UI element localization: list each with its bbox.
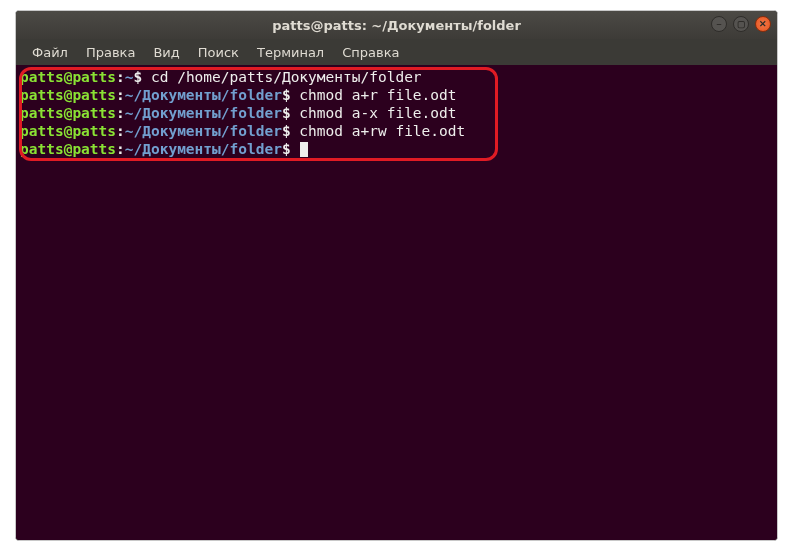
cursor-icon	[300, 142, 308, 157]
prompt-colon: :	[116, 141, 125, 157]
command-text: cd /home/patts/Документы/folder	[142, 69, 421, 85]
menu-view[interactable]: Вид	[145, 42, 187, 63]
terminal-line: patts@patts:~/Документы/folder$	[20, 140, 773, 158]
prompt-dollar: $	[134, 69, 143, 85]
menu-file[interactable]: Файл	[24, 42, 76, 63]
prompt-path: ~/Документы/folder	[125, 123, 282, 139]
prompt-user: patts@patts	[20, 87, 116, 103]
command-text: chmod a-x file.odt	[291, 105, 457, 121]
menu-edit[interactable]: Правка	[78, 42, 143, 63]
terminal-line: patts@patts:~/Документы/folder$ chmod a+…	[20, 122, 773, 140]
terminal-line: patts@patts:~/Документы/folder$ chmod a-…	[20, 104, 773, 122]
command-text: chmod a+r file.odt	[291, 87, 457, 103]
terminal-window: patts@patts: ~/Документы/folder – ▢ ✕ Фа…	[15, 10, 778, 541]
prompt-colon: :	[116, 123, 125, 139]
prompt-user: patts@patts	[20, 105, 116, 121]
prompt-dollar: $	[282, 141, 291, 157]
prompt-user: patts@patts	[20, 141, 116, 157]
terminal-line: patts@patts:~/Документы/folder$ chmod a+…	[20, 86, 773, 104]
command-text	[291, 141, 300, 157]
prompt-dollar: $	[282, 105, 291, 121]
terminal-line: patts@patts:~$ cd /home/patts/Документы/…	[20, 68, 773, 86]
prompt-user: patts@patts	[20, 69, 116, 85]
prompt-dollar: $	[282, 87, 291, 103]
prompt-path: ~/Документы/folder	[125, 141, 282, 157]
menubar: Файл Правка Вид Поиск Терминал Справка	[16, 39, 777, 65]
prompt-user: patts@patts	[20, 123, 116, 139]
prompt-path: ~/Документы/folder	[125, 87, 282, 103]
command-text: chmod a+rw file.odt	[291, 123, 466, 139]
window-title: patts@patts: ~/Документы/folder	[272, 18, 521, 33]
titlebar: patts@patts: ~/Документы/folder – ▢ ✕	[16, 11, 777, 39]
prompt-colon: :	[116, 105, 125, 121]
menu-search[interactable]: Поиск	[190, 42, 247, 63]
close-button[interactable]: ✕	[755, 16, 771, 32]
prompt-colon: :	[116, 69, 125, 85]
terminal-area[interactable]: patts@patts:~$ cd /home/patts/Документы/…	[16, 65, 777, 540]
prompt-dollar: $	[282, 123, 291, 139]
menu-terminal[interactable]: Терминал	[249, 42, 332, 63]
prompt-colon: :	[116, 87, 125, 103]
prompt-path: ~	[125, 69, 134, 85]
menu-help[interactable]: Справка	[334, 42, 407, 63]
prompt-path: ~/Документы/folder	[125, 105, 282, 121]
window-buttons: – ▢ ✕	[711, 16, 771, 32]
maximize-button[interactable]: ▢	[733, 16, 749, 32]
minimize-button[interactable]: –	[711, 16, 727, 32]
